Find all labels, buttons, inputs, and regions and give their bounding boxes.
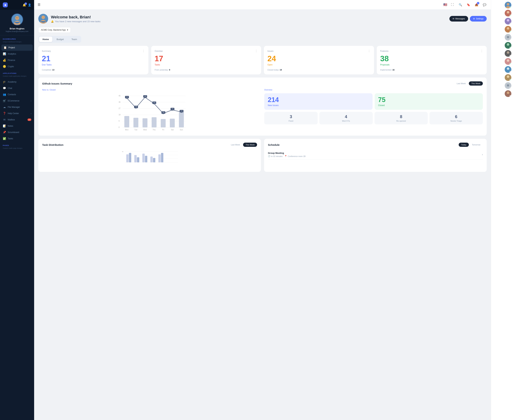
dropdown-chevron-icon: ▾ [67,29,68,31]
right-avatar-3[interactable] [505,18,511,25]
this-week-button-task[interactable]: This Week [243,143,257,147]
sidebar-item-ecommerce[interactable]: 🛒 ECommerce › [0,98,34,104]
needs-triage-label: Needs Triage [432,120,480,122]
sidebar-item-mailbox[interactable]: ✉ Mailbox 27 [0,117,34,123]
notifications-button[interactable]: 🔔 3 [23,3,26,7]
right-avatar-12[interactable] [505,90,511,97]
hamburger-menu-button[interactable]: ☰ [38,3,40,7]
user-menu-button[interactable]: 👤 [28,3,31,7]
clock-icon: 🕐 [268,155,270,157]
last-week-button-github[interactable]: Last Week [454,81,468,85]
right-avatar-9[interactable] [505,66,511,73]
pages-section-title: PAGES [0,142,34,147]
right-avatar-4[interactable] [505,26,511,33]
overdue-more-button[interactable]: ⋮ [255,49,258,53]
inbox-button[interactable]: 📥 5 [474,2,479,8]
right-avatar-8[interactable] [505,58,511,65]
svg-text:Wed: Wed [143,129,147,131]
sidebar-header: ◆ 🔔 3 👤 [0,0,34,10]
overdue-title: Overdue [155,50,163,52]
svg-text:Tue: Tue [134,129,137,131]
sidebar-item-file-manager[interactable]: ☁ File Manager [0,104,34,110]
mailbox-badge: 27 [28,119,31,121]
sidebar-item-label-analytics: Analytics [8,53,16,55]
svg-point-83 [507,43,509,46]
tab-budget[interactable]: Budget [53,37,67,42]
welcome-header: Welcome back, Brian! 🔔 You have 2 new me… [38,14,487,24]
project-dropdown-button[interactable]: ACME Corp. Backend App ▾ [38,27,71,33]
reopened-label: Re-opened [377,120,425,122]
chart-area: New vs. Closed 45 36 27 18 9 0 [42,89,261,132]
this-week-button-github[interactable]: This Week [469,81,483,85]
needs-triage-number: 6 [432,114,480,119]
sidebar-item-label: Notes [8,125,13,127]
sidebar-item-label: ECommerce [8,100,19,102]
file-manager-icon: ☁ [3,105,6,109]
tab-team[interactable]: Team [68,37,81,42]
svg-text:Mon: Mon [125,129,129,131]
tab-home[interactable]: Home [39,37,52,42]
sidebar-item-scrumboard[interactable]: 📌 Scrumboard [0,129,34,135]
features-card: Features ⋮ 38 Proposals Implemented: 16 [377,46,487,74]
event-details: Group Meeting 🕐 in 32 minutes 📍 Conferen… [268,152,306,157]
right-avatar-11[interactable]: M [505,82,511,89]
event-arrow-button[interactable]: › [482,153,483,156]
closed-issues-card: 75 Closed [375,93,483,110]
welcome-subtitle: 🔔 You have 2 new messages and 15 new tas… [51,20,101,23]
features-more-button[interactable]: ⋮ [480,49,483,53]
notes-icon: 📝 [3,124,6,128]
welcome-title: Welcome back, Brian! [51,15,101,19]
svg-point-45 [163,113,164,114]
fixed-card: 3 Fixed [264,112,318,124]
sidebar-item-label-finance: Finance [8,59,15,61]
expand-button[interactable]: ⛶ [450,2,455,8]
svg-rect-63 [137,157,139,162]
messages-button[interactable]: ✉ Messages [450,16,468,21]
svg-text:36: 36 [119,101,121,103]
project-icon: 📋 [3,46,7,49]
today-button[interactable]: Today [459,143,469,147]
issues-more-button[interactable]: ⋮ [368,49,370,53]
last-week-button-task[interactable]: Last Week [228,143,242,147]
sidebar-item-label: Academy [8,81,17,83]
sidebar-item-crypto[interactable]: 🪙 Crypto [0,63,34,70]
sidebar-item-help-center[interactable]: ❓ Help Center › [0,110,34,117]
sidebar-item-project[interactable]: 📋 Project [1,45,33,51]
sidebar-item-academy[interactable]: 🎓 Academy [0,79,34,85]
sidebar-item-notes[interactable]: 📝 Notes [0,123,34,129]
settings-button[interactable]: ⚙ Settings [470,16,487,21]
right-avatar-2[interactable] [505,10,511,17]
search-button[interactable]: 🔍 [458,2,463,8]
app-logo[interactable]: ◆ [3,2,8,7]
svg-point-77 [507,19,509,21]
sidebar-item-contacts[interactable]: 👥 Contacts [0,91,34,98]
tomorrow-button[interactable]: Tomorrow [469,143,483,147]
bell-icon: 🔔 [51,20,54,23]
svg-text:40: 40 [122,151,123,152]
reopened-card: 8 Re-opened [375,112,428,124]
svg-point-44 [153,103,155,104]
chart-subtitle: New vs. Closed [42,89,261,91]
bookmark-button[interactable]: 🔖 [466,2,471,8]
applications-section-title: APPLICATIONS [0,70,34,75]
sidebar-item-analytics[interactable]: 📊 Analytics [0,51,34,57]
right-avatar-1[interactable] [505,2,511,8]
sidebar-item-label: Help Center [8,112,19,115]
right-avatar-6[interactable] [505,42,511,49]
online-indicator [510,15,511,16]
issues-title: Issues [267,50,273,52]
svg-rect-24 [161,119,166,127]
sidebar-item-chat[interactable]: 💬 Chat [0,85,34,91]
summary-more-button[interactable]: ⋮ [142,49,145,53]
fixed-label: Fixed [267,120,315,122]
task-bar-chart: 40 [42,150,257,168]
svg-point-92 [507,67,509,70]
sidebar-item-tasks[interactable]: ✅ Tasks [0,135,34,142]
right-avatar-10[interactable] [505,74,511,81]
applications-section-sub: Custom made application designs [0,75,34,79]
messages-topbar-button[interactable]: 💬 [482,2,487,8]
right-avatar-5[interactable]: M [505,34,511,41]
right-avatar-7[interactable] [505,50,511,57]
svg-rect-21 [133,118,138,127]
sidebar-item-finance[interactable]: 💰 Finance [0,57,34,63]
